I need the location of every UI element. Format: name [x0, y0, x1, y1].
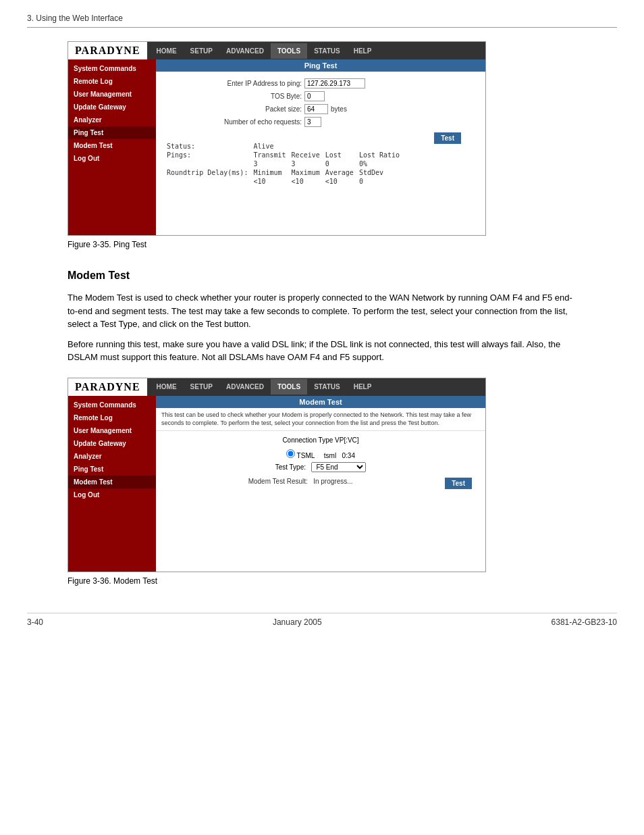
average-value: <10: [325, 177, 359, 186]
footer-left: 3-40: [27, 617, 43, 627]
modem-sidebar: System Commands Remote Log User Manageme…: [68, 396, 156, 572]
stddev-header: StdDev: [359, 168, 405, 177]
modem-logo: PARADYNE: [68, 378, 147, 396]
lost-header: Lost: [325, 151, 359, 159]
modem-result: Modem Test Result: In progress...: [156, 478, 485, 485]
minimum-header: Minimum: [253, 168, 291, 177]
transmit-value: 3: [253, 159, 291, 168]
ping-title: Ping Test: [156, 59, 485, 72]
header-text: 3. Using the Web Interface: [27, 14, 123, 23]
ping-logo: PARADYNE: [68, 42, 147, 59]
minimum-value: <10: [253, 177, 291, 186]
ip-input[interactable]: [304, 78, 365, 88]
nav-status[interactable]: STATUS: [307, 43, 347, 59]
radio-label: TSML: [297, 452, 315, 459]
modem-nav-bar: PARADYNE HOME SETUP ADVANCED TOOLS STATU…: [68, 378, 485, 396]
modem-nav-setup[interactable]: SETUP: [184, 379, 219, 395]
page-header: 3. Using the Web Interface: [27, 14, 617, 28]
ping-nav-bar: PARADYNE HOME SETUP ADVANCED TOOLS STATU…: [68, 42, 485, 59]
radio-value: tsml: [324, 452, 336, 459]
ping-content: Ping Test Enter IP Address to ping: TOS …: [156, 59, 485, 235]
maximum-header: Maximum: [292, 168, 325, 177]
modem-nav-items: HOME SETUP ADVANCED TOOLS STATUS HELP: [150, 379, 379, 395]
modem-nav-status[interactable]: STATUS: [307, 379, 347, 395]
receive-header: Receive: [292, 151, 325, 159]
modem-nav-advanced[interactable]: ADVANCED: [219, 379, 271, 395]
tos-label: TOS Byte:: [167, 93, 302, 100]
modem-sidebar-user-management[interactable]: User Management: [68, 424, 156, 437]
stddev-value: 0: [359, 177, 405, 186]
nav-tools[interactable]: TOOLS: [271, 43, 307, 59]
maximum-value: <10: [292, 177, 325, 186]
sidebar-system-commands[interactable]: System Commands: [68, 62, 156, 75]
ping-test-ui: PARADYNE HOME SETUP ADVANCED TOOLS STATU…: [68, 41, 486, 236]
nav-advanced[interactable]: ADVANCED: [219, 43, 271, 59]
nav-home[interactable]: HOME: [150, 43, 184, 59]
connection-type-label: Connection Type VP[:VC]: [282, 436, 358, 444]
lost-ratio-header: Lost Ratio: [359, 151, 405, 159]
receive-value: 3: [292, 159, 325, 168]
echo-input[interactable]: [304, 117, 321, 127]
modem-nav-help[interactable]: HELP: [347, 379, 379, 395]
test-type-select[interactable]: F5 End F4 End F5 Segment: [311, 462, 366, 472]
ping-results-table: Status: Alive Pings: Transmit Receive Lo…: [167, 142, 405, 186]
modem-sidebar-modem-test[interactable]: Modem Test: [68, 476, 156, 488]
section-text-1: The Modem Test is used to check whether …: [68, 291, 576, 331]
ping-test-button[interactable]: Test: [434, 132, 461, 144]
sidebar-remote-log[interactable]: Remote Log: [68, 75, 156, 88]
status-value: Alive: [253, 142, 291, 151]
modem-content: Modem Test This test can be used to chec…: [156, 396, 485, 572]
test-type-row: Test Type: F5 End F4 End F5 Segment: [156, 462, 485, 472]
nav-help[interactable]: HELP: [347, 43, 379, 59]
modem-description: This test can be used to check whether y…: [156, 408, 485, 431]
sidebar-log-out[interactable]: Log Out: [68, 152, 156, 165]
modem-body: System Commands Remote Log User Manageme…: [68, 396, 485, 572]
modem-test-button[interactable]: Test: [445, 478, 472, 489]
nav-setup[interactable]: SETUP: [184, 43, 219, 59]
ip-label: Enter IP Address to ping:: [167, 80, 302, 87]
transmit-header: Transmit: [253, 151, 291, 159]
figure1-caption: Figure 3-35. Ping Test: [68, 240, 617, 249]
tos-input[interactable]: [304, 91, 325, 101]
sidebar-ping-test[interactable]: Ping Test: [68, 126, 156, 139]
packet-input[interactable]: [304, 104, 328, 114]
ping-form: Enter IP Address to ping: TOS Byte: Pack…: [156, 72, 485, 136]
modem-sidebar-log-out[interactable]: Log Out: [68, 488, 156, 501]
roundtrip-label: Roundtrip Delay(ms):: [167, 168, 253, 177]
modem-test-heading: Modem Test: [68, 270, 617, 282]
modem-sidebar-ping-test[interactable]: Ping Test: [68, 463, 156, 476]
footer-right: 6381-A2-GB23-10: [552, 617, 617, 627]
modem-sidebar-analyzer[interactable]: Analyzer: [68, 450, 156, 463]
section-text-2: Before running this test, make sure you …: [68, 338, 576, 364]
modem-sidebar-update-gateway[interactable]: Update Gateway: [68, 437, 156, 450]
sidebar-user-management[interactable]: User Management: [68, 88, 156, 101]
radio-extra: 0:34: [342, 452, 355, 459]
figure1-container: PARADYNE HOME SETUP ADVANCED TOOLS STATU…: [68, 41, 617, 249]
sidebar-update-gateway[interactable]: Update Gateway: [68, 101, 156, 113]
modem-sidebar-system-commands[interactable]: System Commands: [68, 399, 156, 411]
connection-type-row: Connection Type VP[:VC]: [156, 436, 485, 444]
page-footer: 3-40 January 2005 6381-A2-GB23-10: [27, 613, 617, 627]
modem-nav-home[interactable]: HOME: [150, 379, 184, 395]
average-header: Average: [325, 168, 359, 177]
modem-result-label: Modem Test Result:: [248, 478, 308, 485]
lost-value: 0: [325, 159, 359, 168]
figure2-caption: Figure 3-36. Modem Test: [68, 576, 617, 586]
packet-row: Packet size: bytes: [167, 104, 475, 114]
figure2-container: PARADYNE HOME SETUP ADVANCED TOOLS STATU…: [68, 378, 617, 586]
tsml-radio[interactable]: [286, 449, 295, 458]
lost-ratio-value: 0%: [359, 159, 405, 168]
ping-results: Status: Alive Pings: Transmit Receive Lo…: [156, 136, 485, 191]
status-label: Status:: [167, 142, 253, 151]
test-type-label: Test Type:: [275, 463, 306, 471]
packet-label: Packet size:: [167, 105, 302, 113]
echo-row: Number of echo requests:: [167, 117, 475, 127]
pings-label: Pings:: [167, 151, 253, 159]
modem-title: Modem Test: [156, 396, 485, 408]
sidebar-analyzer[interactable]: Analyzer: [68, 113, 156, 126]
modem-result-value: In progress...: [313, 478, 352, 485]
modem-nav-tools[interactable]: TOOLS: [271, 379, 307, 395]
sidebar-modem-test[interactable]: Modem Test: [68, 139, 156, 152]
modem-sidebar-remote-log[interactable]: Remote Log: [68, 411, 156, 424]
tos-row: TOS Byte:: [167, 91, 475, 101]
